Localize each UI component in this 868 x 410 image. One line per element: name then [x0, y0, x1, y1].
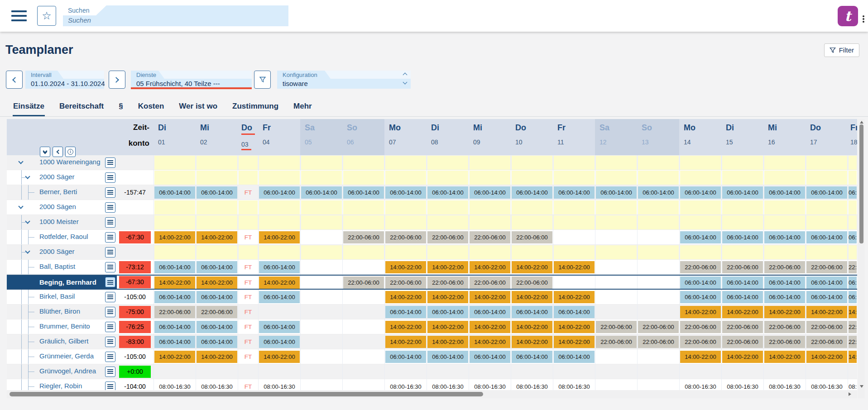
schedule-cell[interactable]: 06:00-14:00: [806, 230, 848, 244]
schedule-cell[interactable]: 22:00-06:00: [342, 276, 384, 289]
group-name-cell[interactable]: 1000 Meister: [7, 215, 105, 229]
schedule-cell[interactable]: 14:00-22:00: [721, 305, 763, 319]
schedule-cell[interactable]: [679, 200, 721, 215]
schedule-cell[interactable]: [806, 215, 848, 229]
schedule-cell[interactable]: 06:00-14:00: [153, 260, 196, 274]
schedule-cell[interactable]: [196, 155, 238, 170]
schedule-cell[interactable]: 08:00-16:30: [806, 379, 848, 390]
schedule-cell[interactable]: 06:00-14:00: [721, 185, 763, 200]
schedule-cell[interactable]: [238, 200, 258, 215]
schedule-cell[interactable]: [258, 215, 300, 229]
schedule-cell[interactable]: 22:00-06:00: [196, 305, 238, 319]
schedule-cell[interactable]: FT: [238, 230, 258, 244]
schedule-cell[interactable]: 14:00-22:00: [384, 260, 427, 274]
schedule-cell[interactable]: [384, 364, 427, 379]
schedule-cell[interactable]: 14:00-22:00: [258, 276, 300, 289]
schedule-cell[interactable]: 14:00-22:00: [679, 349, 721, 364]
scroll-down-arrow-icon[interactable]: [860, 385, 863, 388]
schedule-cell[interactable]: [427, 215, 469, 229]
schedule-cell[interactable]: FT: [238, 290, 258, 304]
schedule-cell[interactable]: [553, 215, 595, 229]
schedule-cell[interactable]: 14:00-22:00: [511, 334, 553, 349]
schedule-cell[interactable]: 08:00-16:30: [553, 379, 595, 390]
schedule-cell[interactable]: 06:00-14:00: [469, 349, 511, 364]
schedule-cell[interactable]: [848, 155, 857, 170]
group-name-cell[interactable]: 2000 Säger: [7, 245, 105, 259]
person-name-cell[interactable]: Beging, Bernhard: [7, 276, 105, 289]
schedule-cell[interactable]: 22:00-06:00: [342, 230, 384, 244]
schedule-cell[interactable]: [679, 155, 721, 170]
schedule-cell[interactable]: [342, 245, 384, 259]
schedule-cell[interactable]: [806, 170, 848, 185]
schedule-cell[interactable]: 14:00-22:00: [469, 319, 511, 334]
schedule-cell[interactable]: [848, 200, 857, 215]
schedule-cell[interactable]: 06:00-14:00: [153, 319, 196, 334]
row-menu-button[interactable]: [105, 381, 115, 391]
row-menu-button[interactable]: [105, 307, 115, 317]
schedule-cell[interactable]: 14:00-22:00: [553, 260, 595, 274]
schedule-cell[interactable]: 06:00-14:00: [196, 334, 238, 349]
schedule-cell[interactable]: [384, 170, 427, 185]
schedule-cell[interactable]: 14:00-22:00: [258, 349, 300, 364]
schedule-cell[interactable]: 14:00-22:00: [384, 319, 427, 334]
dienste-filter-button[interactable]: [254, 71, 271, 89]
schedule-cell[interactable]: [342, 290, 384, 304]
konfiguration-select[interactable]: Konfiguration tisoware: [277, 71, 411, 89]
schedule-cell[interactable]: 22:00-06:00: [679, 334, 721, 349]
schedule-cell[interactable]: 22:00-06:00: [679, 319, 721, 334]
schedule-cell[interactable]: 14:00-22:00: [384, 290, 427, 304]
schedule-cell[interactable]: 22:00-06:00: [848, 260, 857, 274]
schedule-cell[interactable]: [238, 155, 258, 170]
schedule-cell[interactable]: 06:00-14:00: [511, 305, 553, 319]
schedule-cell[interactable]: [511, 170, 553, 185]
schedule-cell[interactable]: 14:00-22:00: [258, 230, 300, 244]
schedule-cell[interactable]: [258, 155, 300, 170]
schedule-cell[interactable]: 06:00-14:00: [384, 305, 427, 319]
schedule-cell[interactable]: 06:00-14:00: [384, 349, 427, 364]
schedule-cell[interactable]: 14:00-22:00: [427, 290, 469, 304]
schedule-cell[interactable]: 06:00-14:00: [153, 334, 196, 349]
schedule-cell[interactable]: [153, 155, 196, 170]
schedule-cell[interactable]: 22:00-06:00: [721, 260, 763, 274]
schedule-cell[interactable]: FT: [238, 379, 258, 390]
schedule-cell[interactable]: 22:00-06:00: [806, 260, 848, 274]
row-menu-button[interactable]: [105, 262, 115, 272]
schedule-cell[interactable]: 06:00-14:00: [848, 185, 857, 200]
schedule-cell[interactable]: 06:00-14:00: [384, 185, 427, 200]
schedule-cell[interactable]: [637, 364, 679, 379]
horizontal-scrollbar[interactable]: [7, 390, 857, 398]
schedule-cell[interactable]: [637, 170, 679, 185]
schedule-cell[interactable]: 06:00-14:00: [258, 334, 300, 349]
schedule-cell[interactable]: 08:00-16:30: [721, 379, 763, 390]
schedule-cell[interactable]: 08:00-16:30: [427, 379, 469, 390]
schedule-cell[interactable]: [342, 319, 384, 334]
schedule-cell[interactable]: FT: [238, 260, 258, 274]
schedule-cell[interactable]: 06:00-14:00: [553, 305, 595, 319]
schedule-cell[interactable]: 06:00-14:00: [300, 185, 342, 200]
schedule-cell[interactable]: 22:00-06:00: [595, 319, 637, 334]
schedule-cell[interactable]: [300, 260, 342, 274]
schedule-cell[interactable]: 22:00-06:00: [848, 319, 857, 334]
row-menu-button[interactable]: [105, 157, 115, 168]
search-input[interactable]: Suchen Suchen: [63, 5, 288, 26]
schedule-cell[interactable]: [427, 245, 469, 259]
schedule-cell[interactable]: [595, 379, 637, 390]
schedule-cell[interactable]: 06:00-14:00: [763, 290, 806, 304]
schedule-cell[interactable]: [342, 215, 384, 229]
schedule-cell[interactable]: [595, 276, 637, 289]
row-menu-button[interactable]: [105, 232, 115, 243]
schedule-cell[interactable]: [679, 215, 721, 229]
schedule-cell[interactable]: [469, 215, 511, 229]
schedule-cell[interactable]: 06:00-14:00: [763, 230, 806, 244]
schedule-cell[interactable]: [342, 379, 384, 390]
schedule-cell[interactable]: 22:00-06:00: [763, 319, 806, 334]
schedule-cell[interactable]: 06:00-14:00: [637, 185, 679, 200]
schedule-cell[interactable]: [427, 155, 469, 170]
schedule-cell[interactable]: FT: [238, 305, 258, 319]
schedule-cell[interactable]: 08:00-16:30: [511, 379, 553, 390]
schedule-cell[interactable]: 06:00-14:00: [196, 185, 238, 200]
schedule-cell[interactable]: 06:00-14:00: [258, 185, 300, 200]
schedule-cell[interactable]: [384, 245, 427, 259]
row-menu-button[interactable]: [105, 172, 115, 183]
schedule-cell[interactable]: [806, 245, 848, 259]
